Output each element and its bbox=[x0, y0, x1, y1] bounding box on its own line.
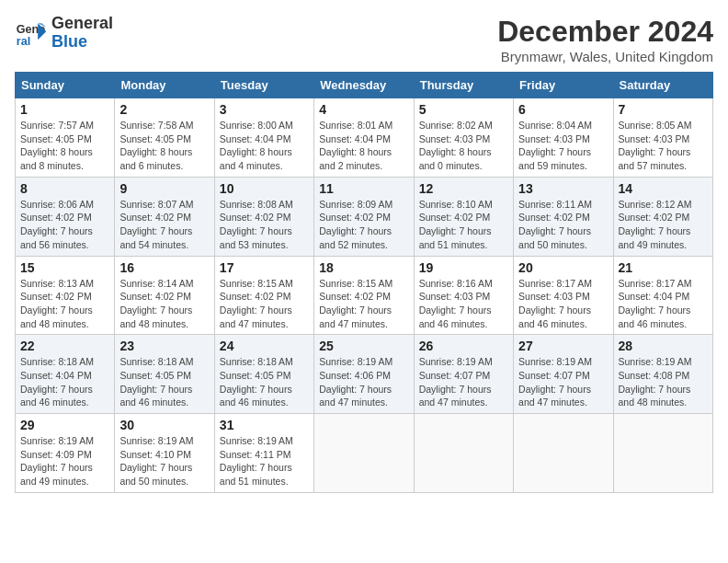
day-detail: Sunrise: 8:08 AM Sunset: 4:02 PM Dayligh… bbox=[220, 198, 309, 252]
day-detail: Sunrise: 8:01 AM Sunset: 4:04 PM Dayligh… bbox=[319, 119, 408, 173]
calendar-day-cell: 25Sunrise: 8:19 AM Sunset: 4:06 PM Dayli… bbox=[314, 335, 414, 414]
calendar-header-row: SundayMondayTuesdayWednesdayThursdayFrid… bbox=[16, 73, 713, 98]
location: Brynmawr, Wales, United Kingdom bbox=[497, 49, 713, 64]
day-number: 29 bbox=[20, 418, 109, 432]
day-detail: Sunrise: 8:19 AM Sunset: 4:08 PM Dayligh… bbox=[619, 355, 708, 409]
day-detail: Sunrise: 8:17 AM Sunset: 4:04 PM Dayligh… bbox=[619, 277, 708, 331]
calendar-day-cell: 29Sunrise: 8:19 AM Sunset: 4:09 PM Dayli… bbox=[16, 414, 115, 493]
day-number: 12 bbox=[419, 181, 508, 196]
day-detail: Sunrise: 8:02 AM Sunset: 4:03 PM Dayligh… bbox=[419, 119, 508, 173]
day-number: 24 bbox=[220, 339, 309, 353]
day-detail: Sunrise: 8:19 AM Sunset: 4:06 PM Dayligh… bbox=[319, 355, 408, 409]
weekday-header: Saturday bbox=[613, 73, 712, 98]
calendar-day-cell: 1Sunrise: 7:57 AM Sunset: 4:05 PM Daylig… bbox=[16, 98, 115, 178]
day-number: 15 bbox=[20, 260, 109, 275]
day-number: 21 bbox=[619, 260, 708, 275]
day-number: 14 bbox=[619, 181, 708, 196]
page-header: Gene ral General Blue December 2024 Bryn… bbox=[15, 15, 713, 64]
day-number: 13 bbox=[518, 181, 608, 196]
calendar-day-cell bbox=[314, 414, 414, 493]
day-detail: Sunrise: 8:16 AM Sunset: 4:03 PM Dayligh… bbox=[419, 277, 508, 331]
day-detail: Sunrise: 8:05 AM Sunset: 4:03 PM Dayligh… bbox=[619, 119, 708, 173]
day-number: 8 bbox=[20, 181, 109, 196]
calendar-week-row: 15Sunrise: 8:13 AM Sunset: 4:02 PM Dayli… bbox=[16, 256, 713, 335]
day-detail: Sunrise: 8:15 AM Sunset: 4:02 PM Dayligh… bbox=[319, 277, 408, 331]
title-block: December 2024 Brynmawr, Wales, United Ki… bbox=[497, 15, 713, 64]
weekday-header: Friday bbox=[514, 73, 613, 98]
day-number: 11 bbox=[319, 181, 408, 196]
day-number: 20 bbox=[518, 260, 608, 275]
calendar-day-cell: 22Sunrise: 8:18 AM Sunset: 4:04 PM Dayli… bbox=[16, 335, 115, 414]
calendar-day-cell: 2Sunrise: 7:58 AM Sunset: 4:05 PM Daylig… bbox=[115, 98, 214, 178]
calendar-day-cell: 19Sunrise: 8:16 AM Sunset: 4:03 PM Dayli… bbox=[414, 256, 513, 335]
day-number: 5 bbox=[419, 102, 508, 117]
day-number: 2 bbox=[119, 102, 209, 117]
day-detail: Sunrise: 8:19 AM Sunset: 4:07 PM Dayligh… bbox=[419, 355, 508, 409]
calendar-day-cell: 24Sunrise: 8:18 AM Sunset: 4:05 PM Dayli… bbox=[214, 335, 313, 414]
day-detail: Sunrise: 8:06 AM Sunset: 4:02 PM Dayligh… bbox=[20, 198, 109, 252]
weekday-header: Tuesday bbox=[214, 73, 313, 98]
calendar-day-cell: 11Sunrise: 8:09 AM Sunset: 4:02 PM Dayli… bbox=[314, 177, 414, 256]
day-detail: Sunrise: 7:57 AM Sunset: 4:05 PM Dayligh… bbox=[20, 119, 109, 173]
day-detail: Sunrise: 8:13 AM Sunset: 4:02 PM Dayligh… bbox=[20, 277, 109, 331]
weekday-header: Sunday bbox=[16, 73, 115, 98]
day-number: 22 bbox=[20, 339, 109, 353]
calendar-day-cell: 14Sunrise: 8:12 AM Sunset: 4:02 PM Dayli… bbox=[613, 177, 712, 256]
day-number: 16 bbox=[119, 260, 209, 275]
calendar-week-row: 1Sunrise: 7:57 AM Sunset: 4:05 PM Daylig… bbox=[16, 98, 713, 178]
day-number: 7 bbox=[619, 102, 708, 117]
day-number: 31 bbox=[220, 418, 309, 432]
day-detail: Sunrise: 8:07 AM Sunset: 4:02 PM Dayligh… bbox=[119, 198, 209, 252]
day-detail: Sunrise: 8:19 AM Sunset: 4:09 PM Dayligh… bbox=[20, 434, 109, 488]
calendar-day-cell: 8Sunrise: 8:06 AM Sunset: 4:02 PM Daylig… bbox=[16, 177, 115, 256]
day-number: 27 bbox=[518, 339, 608, 353]
day-number: 6 bbox=[518, 102, 608, 117]
calendar-day-cell: 12Sunrise: 8:10 AM Sunset: 4:02 PM Dayli… bbox=[414, 177, 513, 256]
calendar-day-cell: 31Sunrise: 8:19 AM Sunset: 4:11 PM Dayli… bbox=[214, 414, 313, 493]
day-detail: Sunrise: 8:09 AM Sunset: 4:02 PM Dayligh… bbox=[319, 198, 408, 252]
day-detail: Sunrise: 8:10 AM Sunset: 4:02 PM Dayligh… bbox=[419, 198, 508, 252]
day-detail: Sunrise: 8:00 AM Sunset: 4:04 PM Dayligh… bbox=[220, 119, 309, 173]
day-number: 18 bbox=[319, 260, 408, 275]
calendar-day-cell: 27Sunrise: 8:19 AM Sunset: 4:07 PM Dayli… bbox=[514, 335, 613, 414]
calendar-day-cell: 9Sunrise: 8:07 AM Sunset: 4:02 PM Daylig… bbox=[115, 177, 214, 256]
calendar-day-cell: 10Sunrise: 8:08 AM Sunset: 4:02 PM Dayli… bbox=[214, 177, 313, 256]
day-number: 26 bbox=[419, 339, 508, 353]
calendar-day-cell: 4Sunrise: 8:01 AM Sunset: 4:04 PM Daylig… bbox=[314, 98, 414, 178]
weekday-header: Monday bbox=[115, 73, 214, 98]
day-number: 19 bbox=[419, 260, 508, 275]
calendar-day-cell: 7Sunrise: 8:05 AM Sunset: 4:03 PM Daylig… bbox=[613, 98, 712, 178]
calendar-day-cell: 20Sunrise: 8:17 AM Sunset: 4:03 PM Dayli… bbox=[514, 256, 613, 335]
calendar-table: SundayMondayTuesdayWednesdayThursdayFrid… bbox=[15, 72, 713, 493]
day-number: 9 bbox=[119, 181, 209, 196]
calendar-day-cell: 28Sunrise: 8:19 AM Sunset: 4:08 PM Dayli… bbox=[613, 335, 712, 414]
calendar-day-cell: 5Sunrise: 8:02 AM Sunset: 4:03 PM Daylig… bbox=[414, 98, 513, 178]
day-number: 28 bbox=[619, 339, 708, 353]
logo-text: General Blue bbox=[51, 15, 113, 52]
calendar-day-cell: 18Sunrise: 8:15 AM Sunset: 4:02 PM Dayli… bbox=[314, 256, 414, 335]
logo-icon: Gene ral bbox=[15, 17, 48, 50]
weekday-header: Thursday bbox=[414, 73, 513, 98]
svg-text:ral: ral bbox=[17, 34, 30, 47]
day-detail: Sunrise: 8:15 AM Sunset: 4:02 PM Dayligh… bbox=[220, 277, 309, 331]
day-detail: Sunrise: 8:12 AM Sunset: 4:02 PM Dayligh… bbox=[619, 198, 708, 252]
calendar-week-row: 22Sunrise: 8:18 AM Sunset: 4:04 PM Dayli… bbox=[16, 335, 713, 414]
day-detail: Sunrise: 8:14 AM Sunset: 4:02 PM Dayligh… bbox=[119, 277, 209, 331]
calendar-day-cell bbox=[514, 414, 613, 493]
day-number: 4 bbox=[319, 102, 408, 117]
calendar-day-cell: 6Sunrise: 8:04 AM Sunset: 4:03 PM Daylig… bbox=[514, 98, 613, 178]
calendar-day-cell: 26Sunrise: 8:19 AM Sunset: 4:07 PM Dayli… bbox=[414, 335, 513, 414]
calendar-day-cell: 23Sunrise: 8:18 AM Sunset: 4:05 PM Dayli… bbox=[115, 335, 214, 414]
day-detail: Sunrise: 7:58 AM Sunset: 4:05 PM Dayligh… bbox=[119, 119, 209, 173]
month-title: December 2024 bbox=[497, 15, 713, 49]
calendar-day-cell: 16Sunrise: 8:14 AM Sunset: 4:02 PM Dayli… bbox=[115, 256, 214, 335]
calendar-week-row: 29Sunrise: 8:19 AM Sunset: 4:09 PM Dayli… bbox=[16, 414, 713, 493]
day-detail: Sunrise: 8:17 AM Sunset: 4:03 PM Dayligh… bbox=[518, 277, 608, 331]
weekday-header: Wednesday bbox=[314, 73, 414, 98]
logo: Gene ral General Blue bbox=[15, 15, 113, 52]
calendar-week-row: 8Sunrise: 8:06 AM Sunset: 4:02 PM Daylig… bbox=[16, 177, 713, 256]
day-detail: Sunrise: 8:11 AM Sunset: 4:02 PM Dayligh… bbox=[518, 198, 608, 252]
day-detail: Sunrise: 8:18 AM Sunset: 4:05 PM Dayligh… bbox=[119, 355, 209, 409]
day-number: 17 bbox=[220, 260, 309, 275]
calendar-day-cell: 30Sunrise: 8:19 AM Sunset: 4:10 PM Dayli… bbox=[115, 414, 214, 493]
